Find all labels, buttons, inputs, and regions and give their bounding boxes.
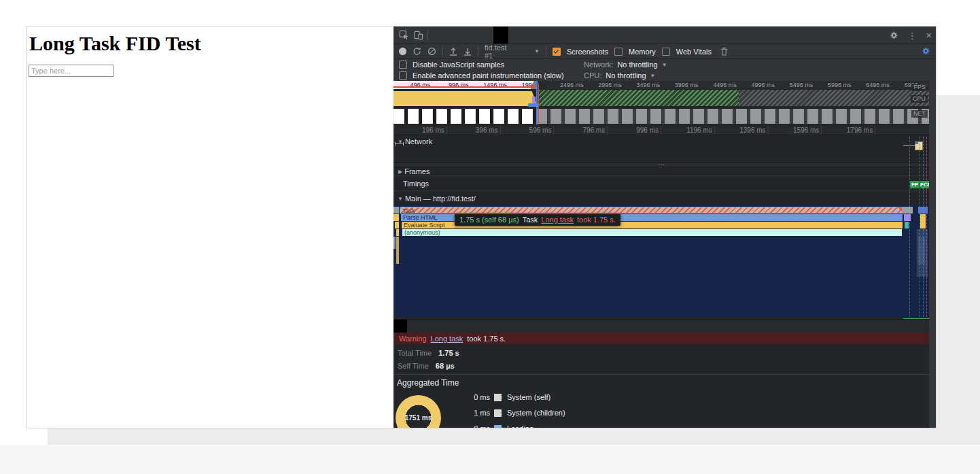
- timeline-ruler-label: 396 ms: [447, 126, 501, 135]
- separator: [427, 31, 428, 40]
- capture-settings-gear-icon[interactable]: [921, 46, 930, 56]
- memory-checkbox[interactable]: [614, 48, 623, 56]
- long-task-overview-line: [393, 86, 531, 88]
- disable-js-samples-label[interactable]: Disable JavaScript samples: [413, 61, 504, 69]
- chevron-down-icon[interactable]: ▼: [650, 73, 656, 79]
- flame-bar-anonymous[interactable]: (anonymous): [402, 229, 902, 236]
- devtools-tab[interactable]: [449, 27, 463, 44]
- devtools-tab[interactable]: [463, 27, 478, 44]
- screenshot-filmstrip-dimmed[interactable]: [536, 109, 929, 124]
- advanced-paint-checkbox[interactable]: [399, 71, 407, 80]
- timeline-ruler: 196 ms396 ms596 ms796 ms996 ms1196 ms139…: [393, 126, 929, 135]
- disable-js-samples-checkbox[interactable]: [399, 61, 407, 69]
- warning-label: Warning: [399, 335, 427, 343]
- advanced-paint-label[interactable]: Enable advanced paint instrumentation (s…: [413, 71, 564, 80]
- network-document-request[interactable]: [915, 141, 923, 150]
- network-throttling[interactable]: Network: No throttling ▼: [584, 61, 667, 69]
- page-title: Long Task FID Test: [29, 32, 201, 55]
- clear-icon[interactable]: [427, 47, 436, 56]
- network-section-label[interactable]: Network: [405, 137, 432, 146]
- record-icon[interactable]: [399, 48, 406, 55]
- mini-script-blip[interactable]: [395, 222, 399, 228]
- mini-script-blip[interactable]: [393, 214, 399, 221]
- save-profile-icon[interactable]: [463, 47, 472, 56]
- mini-script-blip[interactable]: [920, 214, 926, 228]
- chevron-down-icon[interactable]: ▼: [534, 48, 540, 54]
- overview-ruler-label: 2496 ms: [546, 81, 584, 89]
- overview-ruler-label: 3496 ms: [623, 81, 661, 89]
- timings-section-label[interactable]: Timings: [403, 180, 429, 188]
- total-time-value: 1.75 s: [438, 349, 459, 357]
- expand-triangle-icon[interactable]: ▶: [398, 169, 402, 175]
- long-task-link[interactable]: Long task: [431, 335, 463, 343]
- web-vitals-checkbox[interactable]: [662, 48, 670, 56]
- divider: [393, 374, 929, 375]
- cpu-scripting-activity: [393, 91, 538, 106]
- web-vitals-label[interactable]: Web Vitals: [676, 48, 712, 56]
- devtools-tab[interactable]: [478, 27, 493, 44]
- collapse-triangle-icon[interactable]: ▼: [398, 196, 403, 202]
- frames-section-label[interactable]: Frames: [404, 167, 430, 175]
- settings-gear-icon[interactable]: [889, 31, 898, 40]
- reload-record-icon[interactable]: [413, 47, 421, 56]
- legend-label: System (children): [507, 409, 565, 417]
- devtools-tab[interactable]: [434, 27, 449, 44]
- screenshot-filmstrip-selected[interactable]: [393, 109, 536, 124]
- devtools-tab[interactable]: [523, 27, 538, 44]
- chevron-down-icon[interactable]: ▼: [662, 62, 667, 68]
- devtools-tab[interactable]: [553, 27, 568, 44]
- window-edge-line[interactable]: [536, 81, 538, 124]
- legend-label: Loading: [507, 424, 533, 428]
- flame-chart-scrollbar[interactable]: [929, 81, 936, 428]
- mini-task-blip[interactable]: [902, 207, 913, 214]
- memory-label[interactable]: Memory: [629, 48, 656, 56]
- trash-icon[interactable]: [720, 47, 728, 56]
- timeline-ruler-label: 196 ms: [393, 126, 447, 135]
- details-tab[interactable]: [407, 320, 421, 333]
- legend-row: 1 ms System (children): [393, 409, 565, 417]
- devtools-tab[interactable]: [493, 27, 508, 44]
- fps-lane-label: FPS: [911, 84, 928, 91]
- pane-splitter[interactable]: ⋯: [393, 163, 929, 167]
- overview-ruler-label: 996 ms: [432, 81, 470, 89]
- mini-script-blip[interactable]: [396, 229, 399, 236]
- cpu-throttling[interactable]: CPU: No throttling ▼: [584, 71, 656, 80]
- timeline-ruler-label: 596 ms: [501, 126, 555, 135]
- cpu-throttle-value[interactable]: No throttling: [606, 71, 646, 80]
- network-throttle-value[interactable]: No throttling: [617, 61, 657, 69]
- legend-value: 0 ms: [461, 424, 490, 428]
- network-request-whisker[interactable]: [395, 143, 404, 144]
- mini-rendering-blip[interactable]: [904, 214, 911, 221]
- mini-parse-blip[interactable]: [918, 207, 928, 214]
- frames-section[interactable]: ▶ Frames: [393, 167, 929, 176]
- timeline-ruler-label: 1196 ms: [661, 126, 715, 135]
- tooltip-event-name: Task: [523, 216, 538, 224]
- main-thread-header[interactable]: ▼ Main — http://fid.test/: [393, 192, 929, 205]
- devtools-tab[interactable]: [538, 27, 553, 44]
- mini-task-blip[interactable]: [393, 207, 399, 214]
- inspect-element-icon[interactable]: [399, 30, 409, 40]
- mini-gc-blip[interactable]: [905, 222, 909, 228]
- device-toolbar-icon[interactable]: [413, 30, 423, 40]
- devtools-tab[interactable]: [568, 27, 583, 44]
- text-input[interactable]: [29, 65, 113, 77]
- main-thread-label: Main — http://fid.test/: [405, 194, 476, 203]
- screenshots-label[interactable]: Screenshots: [567, 48, 608, 56]
- screenshots-checkbox[interactable]: [553, 48, 561, 56]
- devtools-tabs: [434, 27, 583, 44]
- more-options-icon[interactable]: ⋮: [908, 31, 917, 41]
- load-profile-icon[interactable]: [449, 47, 457, 56]
- timings-section[interactable]: Timings: [393, 176, 929, 191]
- details-tab[interactable]: [434, 320, 448, 333]
- details-tab[interactable]: [393, 320, 407, 333]
- details-tabbar: [393, 319, 929, 333]
- settings-row-1: Disable JavaScript samples Network: No t…: [393, 59, 937, 70]
- profile-history-select[interactable]: fid.test #1: [485, 44, 516, 60]
- tooltip-long-task-link[interactable]: Long task: [541, 216, 574, 224]
- details-tab[interactable]: [421, 320, 434, 333]
- flame-bar-task[interactable]: Task: [400, 207, 903, 214]
- fp-marker-badge[interactable]: FP: [910, 181, 920, 188]
- timeline-ruler-label: 1796 ms: [822, 126, 875, 135]
- close-devtools-icon[interactable]: ×: [926, 30, 932, 41]
- devtools-tab[interactable]: [508, 27, 523, 44]
